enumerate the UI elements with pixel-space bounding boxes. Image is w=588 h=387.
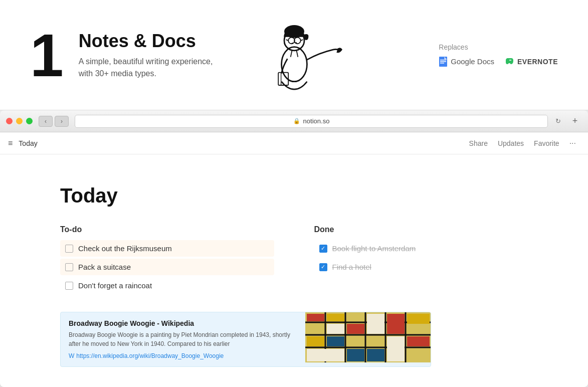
svg-rect-32 — [367, 349, 384, 361]
share-button[interactable]: Share — [465, 137, 492, 149]
close-button[interactable] — [6, 118, 13, 124]
svg-rect-34 — [327, 314, 344, 321]
google-docs-badge: Google Docs — [439, 56, 494, 67]
toolbar-page-title: Today — [19, 139, 37, 147]
mondrian-svg — [305, 312, 431, 362]
svg-rect-17 — [440, 63, 444, 64]
hero-section: 1 Notes & Docs A simple, beautiful writi… — [0, 0, 588, 110]
svg-rect-39 — [307, 349, 344, 361]
done-header: Done — [314, 225, 528, 234]
replaces-apps: Google Docs EVERNOTE — [439, 56, 558, 67]
svg-rect-30 — [407, 336, 430, 346]
minimize-button[interactable] — [16, 118, 23, 124]
browser-window: ‹ › 🔒 notion.so ↻ + ≡ Today Share Update… — [0, 110, 588, 387]
svg-rect-33 — [347, 349, 364, 361]
updates-button[interactable]: Updates — [494, 137, 528, 149]
svg-point-0 — [281, 47, 307, 82]
notion-toolbar: ≡ Today Share Updates Favorite ··· — [0, 132, 588, 154]
svg-rect-27 — [307, 314, 324, 321]
todo-header: To-do — [60, 225, 274, 234]
hero-replaces: Replaces Google Docs — [429, 43, 558, 67]
evernote-badge: EVERNOTE — [504, 56, 558, 67]
evernote-icon — [504, 56, 514, 67]
back-button[interactable]: ‹ — [39, 116, 53, 127]
svg-rect-28 — [347, 324, 364, 334]
svg-rect-31 — [327, 336, 344, 346]
list-item[interactable]: Book flight to Amsterdam — [314, 240, 528, 257]
svg-rect-40 — [387, 336, 405, 361]
svg-point-13 — [295, 42, 297, 44]
favorite-button[interactable]: Favorite — [530, 137, 563, 149]
wiki-description: Broadway Boogie Woogie is a painting by … — [69, 330, 297, 348]
svg-point-12 — [292, 43, 293, 44]
svg-rect-38 — [367, 314, 384, 334]
todo-text-2: Pack a suitcase — [78, 263, 131, 271]
menu-icon[interactable]: ≡ — [8, 139, 13, 148]
more-button[interactable]: ··· — [565, 137, 580, 150]
mondrian-thumbnail — [305, 312, 431, 362]
todo-checkbox-2[interactable] — [65, 263, 73, 271]
new-tab-button[interactable]: + — [568, 116, 582, 127]
done-column: Done Book flight to Amsterdam Find a hot… — [314, 225, 528, 296]
url-text: notion.so — [303, 117, 330, 125]
svg-point-3 — [288, 38, 295, 44]
done-checkbox-1[interactable] — [319, 245, 327, 253]
wiki-text-content: Broadway Boogie Woogie - Wikipedia Broad… — [61, 312, 305, 366]
svg-line-11 — [296, 51, 298, 57]
list-item[interactable]: Find a hotel — [314, 259, 528, 275]
hero-illustration — [234, 0, 354, 110]
list-item[interactable]: Check out the Rijksmuseum — [60, 240, 274, 257]
svg-rect-16 — [440, 61, 446, 62]
google-docs-icon — [439, 56, 448, 67]
forward-button[interactable]: › — [55, 116, 69, 127]
todo-text-1: Check out the Rijksmuseum — [78, 244, 172, 253]
done-checkbox-2[interactable] — [319, 263, 327, 271]
svg-rect-37 — [327, 324, 344, 334]
list-item[interactable]: Pack a suitcase — [60, 259, 274, 275]
done-text-1: Book flight to Amsterdam — [332, 244, 416, 253]
google-docs-label: Google Docs — [451, 57, 494, 66]
svg-point-2 — [284, 25, 304, 38]
wikipedia-card[interactable]: Broadway Boogie Woogie - Wikipedia Broad… — [60, 312, 431, 367]
todo-column: To-do Check out the Rijksmuseum Pack a s… — [60, 225, 274, 296]
done-text-2: Find a hotel — [332, 263, 371, 271]
todo-checkbox-1[interactable] — [65, 245, 73, 253]
svg-rect-36 — [407, 314, 430, 324]
hero-number: 1 — [30, 25, 64, 85]
toolbar-actions: Share Updates Favorite ··· — [465, 137, 580, 150]
wiki-url[interactable]: W https://en.wikipedia.org/wiki/Broadway… — [69, 352, 297, 359]
lock-icon: 🔒 — [293, 118, 300, 124]
notion-content: Today To-do Check out the Rijksmuseum Pa… — [0, 154, 588, 387]
browser-chrome: ‹ › 🔒 notion.so ↻ + — [0, 110, 588, 132]
wiki-url-text: https://en.wikipedia.org/wiki/Broadway_B… — [76, 352, 224, 359]
address-bar[interactable]: 🔒 notion.so — [75, 115, 548, 128]
wiki-title: Broadway Boogie Woogie - Wikipedia — [69, 319, 297, 327]
svg-point-4 — [294, 38, 301, 44]
replaces-label: Replaces — [439, 43, 468, 51]
todo-checkbox-3[interactable] — [65, 282, 73, 290]
maximize-button[interactable] — [26, 118, 33, 124]
page-heading: Today — [60, 184, 528, 207]
wiki-w-symbol: W — [69, 352, 74, 359]
nav-buttons: ‹ › — [39, 116, 69, 127]
window-controls — [6, 118, 33, 124]
svg-rect-35 — [307, 336, 324, 346]
refresh-button[interactable]: ↻ — [551, 116, 565, 127]
svg-line-10 — [290, 51, 292, 57]
evernote-label: EVERNOTE — [517, 58, 558, 66]
svg-rect-29 — [387, 314, 405, 334]
columns-layout: To-do Check out the Rijksmuseum Pack a s… — [60, 225, 528, 296]
list-item[interactable]: Don't forget a raincoat — [60, 277, 274, 294]
todo-text-3: Don't forget a raincoat — [78, 281, 152, 290]
